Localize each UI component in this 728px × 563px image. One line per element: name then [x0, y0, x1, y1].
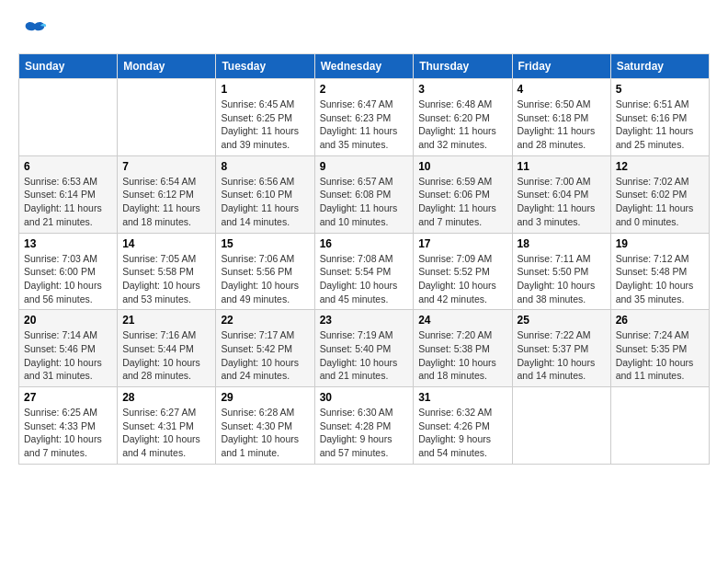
day-detail: Sunrise: 6:45 AM Sunset: 6:25 PM Dayligh…	[221, 98, 309, 152]
calendar-week-row: 6Sunrise: 6:53 AM Sunset: 6:14 PM Daylig…	[19, 155, 710, 233]
page-header	[18, 18, 710, 44]
calendar-cell: 4Sunrise: 6:50 AM Sunset: 6:18 PM Daylig…	[512, 79, 610, 156]
day-detail: Sunrise: 7:16 AM Sunset: 5:44 PM Dayligh…	[122, 328, 210, 383]
calendar-cell: 15Sunrise: 7:06 AM Sunset: 5:56 PM Dayli…	[216, 233, 314, 310]
calendar-cell: 3Sunrise: 6:48 AM Sunset: 6:20 PM Daylig…	[414, 79, 512, 156]
calendar-header-row: SundayMondayTuesdayWednesdayThursdayFrid…	[19, 54, 710, 79]
day-number: 26	[616, 314, 704, 327]
day-number: 23	[320, 314, 409, 327]
calendar-cell: 27Sunrise: 6:25 AM Sunset: 4:33 PM Dayli…	[19, 387, 118, 465]
day-detail: Sunrise: 7:00 AM Sunset: 6:04 PM Dayligh…	[518, 175, 606, 229]
calendar-table: SundayMondayTuesdayWednesdayThursdayFrid…	[18, 53, 710, 465]
day-number: 10	[418, 160, 506, 173]
day-detail: Sunrise: 7:02 AM Sunset: 6:02 PM Dayligh…	[616, 175, 704, 229]
day-detail: Sunrise: 7:20 AM Sunset: 5:38 PM Dayligh…	[418, 328, 506, 383]
calendar-week-row: 13Sunrise: 7:03 AM Sunset: 6:00 PM Dayli…	[19, 233, 710, 310]
day-number: 15	[221, 237, 309, 250]
calendar-cell: 9Sunrise: 6:57 AM Sunset: 6:08 PM Daylig…	[314, 155, 414, 233]
calendar-cell: 22Sunrise: 7:17 AM Sunset: 5:42 PM Dayli…	[216, 310, 314, 387]
day-number: 16	[320, 237, 409, 250]
calendar-cell	[512, 387, 610, 465]
day-detail: Sunrise: 6:50 AM Sunset: 6:18 PM Dayligh…	[518, 98, 606, 152]
calendar-cell: 1Sunrise: 6:45 AM Sunset: 6:25 PM Daylig…	[216, 79, 314, 156]
calendar-cell	[610, 387, 709, 465]
day-number: 6	[24, 160, 112, 173]
calendar-cell	[118, 79, 216, 156]
day-number: 29	[221, 391, 309, 404]
day-number: 28	[122, 391, 210, 404]
day-number: 7	[122, 160, 210, 173]
calendar-cell: 25Sunrise: 7:22 AM Sunset: 5:37 PM Dayli…	[512, 310, 610, 387]
day-number: 3	[418, 83, 506, 96]
calendar-body: 1Sunrise: 6:45 AM Sunset: 6:25 PM Daylig…	[19, 79, 710, 465]
calendar-cell: 2Sunrise: 6:47 AM Sunset: 6:23 PM Daylig…	[314, 79, 414, 156]
day-detail: Sunrise: 7:06 AM Sunset: 5:56 PM Dayligh…	[221, 252, 309, 306]
calendar-cell: 13Sunrise: 7:03 AM Sunset: 6:00 PM Dayli…	[19, 233, 118, 310]
calendar-week-row: 1Sunrise: 6:45 AM Sunset: 6:25 PM Daylig…	[19, 79, 710, 156]
day-detail: Sunrise: 6:56 AM Sunset: 6:10 PM Dayligh…	[221, 175, 309, 229]
calendar-cell	[19, 79, 118, 156]
day-number: 24	[418, 314, 506, 327]
day-detail: Sunrise: 6:51 AM Sunset: 6:16 PM Dayligh…	[616, 98, 704, 152]
day-number: 21	[122, 314, 210, 327]
day-number: 12	[616, 160, 704, 173]
calendar-cell: 14Sunrise: 7:05 AM Sunset: 5:58 PM Dayli…	[118, 233, 216, 310]
weekday-header-wednesday: Wednesday	[314, 54, 414, 79]
calendar-cell: 21Sunrise: 7:16 AM Sunset: 5:44 PM Dayli…	[118, 310, 216, 387]
weekday-header-monday: Monday	[118, 54, 216, 79]
logo-bird-icon	[22, 18, 48, 44]
day-detail: Sunrise: 6:53 AM Sunset: 6:14 PM Dayligh…	[24, 175, 112, 229]
day-number: 17	[418, 237, 506, 250]
calendar-cell: 16Sunrise: 7:08 AM Sunset: 5:54 PM Dayli…	[314, 233, 414, 310]
day-detail: Sunrise: 7:05 AM Sunset: 5:58 PM Dayligh…	[122, 252, 210, 306]
calendar-cell: 11Sunrise: 7:00 AM Sunset: 6:04 PM Dayli…	[512, 155, 610, 233]
weekday-header-tuesday: Tuesday	[216, 54, 314, 79]
calendar-cell: 23Sunrise: 7:19 AM Sunset: 5:40 PM Dayli…	[314, 310, 414, 387]
day-number: 8	[221, 160, 309, 173]
day-detail: Sunrise: 6:54 AM Sunset: 6:12 PM Dayligh…	[122, 175, 210, 229]
day-detail: Sunrise: 6:57 AM Sunset: 6:08 PM Dayligh…	[320, 175, 409, 229]
day-detail: Sunrise: 7:08 AM Sunset: 5:54 PM Dayligh…	[320, 252, 409, 306]
calendar-cell: 7Sunrise: 6:54 AM Sunset: 6:12 PM Daylig…	[118, 155, 216, 233]
day-number: 30	[320, 391, 409, 404]
day-detail: Sunrise: 6:27 AM Sunset: 4:31 PM Dayligh…	[122, 406, 210, 460]
day-detail: Sunrise: 7:12 AM Sunset: 5:48 PM Dayligh…	[616, 252, 704, 306]
calendar-cell: 8Sunrise: 6:56 AM Sunset: 6:10 PM Daylig…	[216, 155, 314, 233]
calendar-cell: 5Sunrise: 6:51 AM Sunset: 6:16 PM Daylig…	[610, 79, 709, 156]
day-detail: Sunrise: 6:59 AM Sunset: 6:06 PM Dayligh…	[418, 175, 506, 229]
day-detail: Sunrise: 7:09 AM Sunset: 5:52 PM Dayligh…	[418, 252, 506, 306]
calendar-week-row: 20Sunrise: 7:14 AM Sunset: 5:46 PM Dayli…	[19, 310, 710, 387]
calendar-cell: 29Sunrise: 6:28 AM Sunset: 4:30 PM Dayli…	[216, 387, 314, 465]
day-number: 18	[518, 237, 606, 250]
day-number: 11	[518, 160, 606, 173]
day-number: 25	[518, 314, 606, 327]
calendar-cell: 12Sunrise: 7:02 AM Sunset: 6:02 PM Dayli…	[610, 155, 709, 233]
day-number: 20	[24, 314, 112, 327]
day-detail: Sunrise: 7:22 AM Sunset: 5:37 PM Dayligh…	[518, 328, 606, 383]
day-number: 9	[320, 160, 409, 173]
day-detail: Sunrise: 6:47 AM Sunset: 6:23 PM Dayligh…	[320, 98, 409, 152]
day-detail: Sunrise: 6:28 AM Sunset: 4:30 PM Dayligh…	[221, 406, 309, 460]
calendar-cell: 28Sunrise: 6:27 AM Sunset: 4:31 PM Dayli…	[118, 387, 216, 465]
calendar-cell: 20Sunrise: 7:14 AM Sunset: 5:46 PM Dayli…	[19, 310, 118, 387]
day-number: 13	[24, 237, 112, 250]
day-number: 22	[221, 314, 309, 327]
day-number: 5	[616, 83, 704, 96]
day-detail: Sunrise: 7:14 AM Sunset: 5:46 PM Dayligh…	[24, 328, 112, 383]
calendar-cell: 30Sunrise: 6:30 AM Sunset: 4:28 PM Dayli…	[314, 387, 414, 465]
day-detail: Sunrise: 7:03 AM Sunset: 6:00 PM Dayligh…	[24, 252, 112, 306]
weekday-header-thursday: Thursday	[414, 54, 512, 79]
day-number: 14	[122, 237, 210, 250]
weekday-header-sunday: Sunday	[19, 54, 118, 79]
calendar-cell: 17Sunrise: 7:09 AM Sunset: 5:52 PM Dayli…	[414, 233, 512, 310]
calendar-cell: 31Sunrise: 6:32 AM Sunset: 4:26 PM Dayli…	[414, 387, 512, 465]
day-number: 2	[320, 83, 409, 96]
day-detail: Sunrise: 7:11 AM Sunset: 5:50 PM Dayligh…	[518, 252, 606, 306]
weekday-header-saturday: Saturday	[610, 54, 709, 79]
calendar-week-row: 27Sunrise: 6:25 AM Sunset: 4:33 PM Dayli…	[19, 387, 710, 465]
calendar-cell: 24Sunrise: 7:20 AM Sunset: 5:38 PM Dayli…	[414, 310, 512, 387]
logo	[18, 18, 48, 44]
day-detail: Sunrise: 7:17 AM Sunset: 5:42 PM Dayligh…	[221, 328, 309, 383]
day-detail: Sunrise: 7:19 AM Sunset: 5:40 PM Dayligh…	[320, 328, 409, 383]
day-number: 27	[24, 391, 112, 404]
